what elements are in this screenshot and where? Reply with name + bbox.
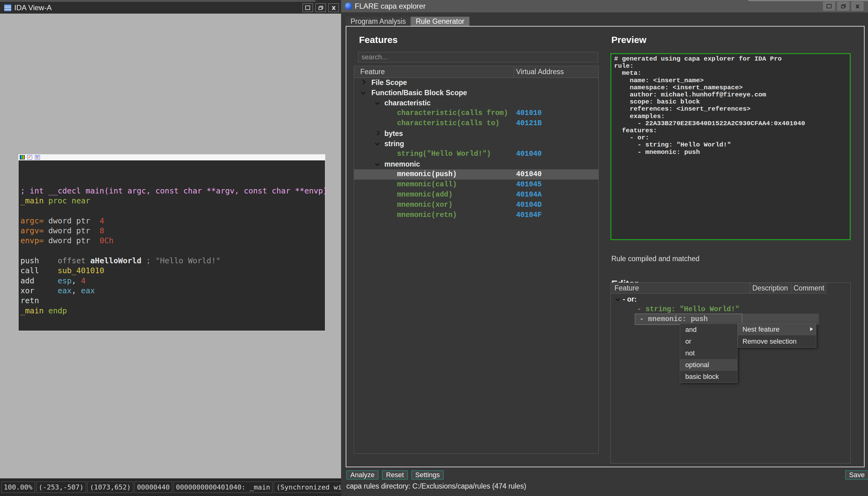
- screen: IDA View-A x ; int __cdecl main(int argc…: [0, 0, 868, 496]
- column-divider[interactable]: [514, 66, 514, 78]
- editor-row-label: - or:: [623, 294, 637, 305]
- code-token: add: [20, 276, 58, 285]
- feature-row[interactable]: characteristic(calls from)401010: [354, 108, 598, 118]
- settings-button[interactable]: Settings: [411, 470, 444, 480]
- feature-row[interactable]: mnemonic(call)401045: [354, 180, 598, 190]
- feature-label: mnemonic(call): [397, 180, 457, 190]
- menu-item-remove-selection[interactable]: Remove selection: [738, 335, 816, 347]
- code-line: add esp, 4: [20, 276, 328, 286]
- features-tree: File ScopeFunction/Basic Block Scopechar…: [354, 78, 598, 453]
- ida-window: IDA View-A x ; int __cdecl main(int argc…: [0, 0, 341, 496]
- status-segment: 100.00%: [1, 481, 35, 493]
- tab-rule-generator[interactable]: Rule Generator: [411, 17, 469, 26]
- code-token: 0Ch: [100, 236, 113, 245]
- feature-row[interactable]: string: [354, 139, 598, 149]
- editor-row[interactable]: - string: "Hello World!": [611, 305, 850, 314]
- feature-row[interactable]: string("Hello World!")401040: [354, 149, 598, 159]
- collapse-icon[interactable]: [375, 100, 380, 105]
- collapse-icon[interactable]: [361, 90, 366, 95]
- palette-icon[interactable]: [20, 155, 25, 159]
- search-input[interactable]: [358, 52, 598, 62]
- reset-button[interactable]: Reset: [382, 470, 408, 480]
- capa-window: FLARE capa explorer x Program Analysis R…: [341, 0, 868, 496]
- ida-window-title: IDA View-A: [14, 2, 52, 14]
- column-header-feature[interactable]: Feature: [360, 66, 385, 78]
- save-button[interactable]: Save: [845, 470, 868, 480]
- menu-item-and[interactable]: and: [680, 324, 737, 336]
- code-token: [141, 256, 146, 265]
- feature-row[interactable]: mnemonic(xor)40104D: [354, 200, 598, 210]
- restore-icon[interactable]: [837, 2, 850, 11]
- analyze-button[interactable]: Analyze: [346, 470, 379, 480]
- code-token: proc near: [48, 196, 90, 205]
- code-line: argv= dword ptr 8: [20, 226, 328, 236]
- maximize-icon[interactable]: [823, 2, 835, 11]
- maximize-icon[interactable]: [302, 3, 313, 12]
- menu-item-basic-block[interactable]: basic block: [680, 371, 737, 383]
- disassembly-code[interactable]: ; int __cdecl main(int argc, const char …: [20, 186, 328, 316]
- close-icon[interactable]: x: [851, 2, 864, 11]
- preview-box[interactable]: # generated using capa explorer for IDA …: [610, 53, 851, 240]
- expand-icon[interactable]: [375, 131, 380, 136]
- menu-item-optional[interactable]: optional: [680, 359, 737, 371]
- collapse-icon[interactable]: [375, 141, 380, 146]
- column-header-description[interactable]: Description: [752, 283, 788, 293]
- collapse-icon[interactable]: [615, 296, 620, 301]
- code-token: dword ptr: [48, 226, 100, 235]
- code-token: 8: [100, 226, 104, 235]
- column-header-feature[interactable]: Feature: [614, 283, 639, 293]
- column-divider[interactable]: [791, 283, 792, 293]
- status-segment: (-253,-507): [36, 481, 86, 493]
- code-token: ; int __cdecl main(int argc, const char …: [20, 186, 328, 195]
- column-header-comment[interactable]: Comment: [793, 283, 824, 293]
- code-token: _main: [20, 306, 44, 315]
- code-line: ; int __cdecl main(int argc, const char …: [20, 186, 328, 196]
- capa-window-title: FLARE capa explorer: [355, 0, 426, 12]
- edit-icon[interactable]: [27, 155, 32, 159]
- restore-icon[interactable]: [316, 3, 326, 12]
- code-token: ,: [72, 286, 81, 295]
- feature-row[interactable]: mnemonic: [354, 159, 598, 169]
- code-token: dword ptr: [48, 236, 100, 245]
- feature-row[interactable]: mnemonic(push)401040: [354, 169, 598, 180]
- editor-table-header: Feature Description Comment: [611, 283, 827, 294]
- feature-address: 401040: [516, 169, 542, 180]
- code-token: endp: [48, 306, 67, 315]
- code-line: push offset aHelloWorld ; "Hello World!": [20, 256, 328, 266]
- editor-row[interactable]: - or:: [611, 294, 850, 305]
- code-token: [44, 306, 48, 315]
- feature-row[interactable]: mnemonic(retn)40104F: [354, 210, 598, 220]
- feature-label: bytes: [384, 128, 403, 139]
- menu-item-not[interactable]: not: [680, 347, 737, 359]
- feature-label: mnemonic: [384, 159, 420, 169]
- column-header-virtual-address[interactable]: Virtual Address: [516, 66, 564, 78]
- column-divider[interactable]: [750, 283, 750, 293]
- capa-titlebar: FLARE capa explorer x: [341, 0, 868, 12]
- feature-label: string: [384, 139, 404, 149]
- status-segment: (Synchronized with Hex: [274, 481, 341, 493]
- menu-item-or[interactable]: or: [680, 336, 737, 347]
- disassembly-window: ; int __cdecl main(int argc, const char …: [18, 154, 325, 331]
- feature-label: File Scope: [371, 78, 407, 88]
- feature-row[interactable]: Function/Basic Block Scope: [354, 88, 598, 98]
- feature-row[interactable]: characteristic: [354, 98, 598, 108]
- feature-row[interactable]: mnemonic(add)40104A: [354, 190, 598, 200]
- feature-address: 401045: [516, 180, 542, 190]
- feature-row[interactable]: File Scope: [354, 78, 598, 88]
- collapse-icon[interactable]: [375, 161, 380, 166]
- code-token: 4: [81, 276, 86, 285]
- capa-action-buttons: AnalyzeResetSettings: [346, 470, 444, 480]
- ida-view-background: ; int __cdecl main(int argc, const char …: [0, 14, 341, 478]
- close-icon[interactable]: x: [329, 3, 339, 12]
- code-line: [20, 206, 328, 216]
- tab-program-analysis[interactable]: Program Analysis: [346, 17, 411, 26]
- disassembly-window-titlebar: [18, 155, 325, 160]
- expand-icon[interactable]: [361, 80, 366, 85]
- feature-row[interactable]: characteristic(calls to)40121B: [354, 118, 598, 128]
- feature-label: string("Hello World!"): [397, 149, 491, 159]
- code-token: ,: [72, 276, 81, 285]
- graph-icon[interactable]: [35, 155, 40, 159]
- code-line: _main proc near: [20, 196, 328, 206]
- feature-row[interactable]: bytes: [354, 128, 598, 139]
- menu-item-nest-feature[interactable]: Nest feature: [738, 323, 816, 335]
